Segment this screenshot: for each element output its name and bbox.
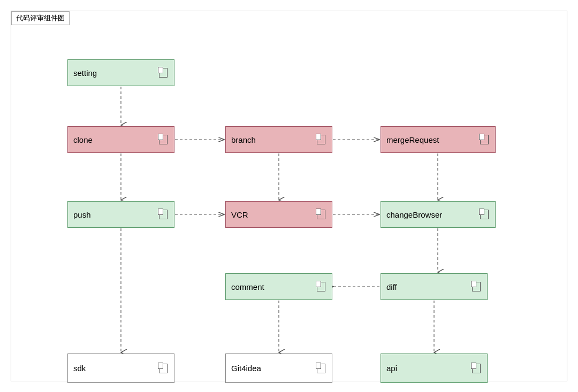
component-vcr-label: VCR xyxy=(231,210,311,219)
component-clone-label: clone xyxy=(73,135,154,144)
component-clone-icon xyxy=(157,134,169,145)
component-push-icon xyxy=(157,209,169,220)
diagram-container: 代码评审组件图 xyxy=(11,11,567,381)
component-setting-label: setting xyxy=(73,68,154,78)
page: 代码评审组件图 xyxy=(0,0,578,392)
component-api-icon xyxy=(470,363,482,374)
component-git4idea-label: Git4idea xyxy=(231,364,311,373)
component-setting[interactable]: setting xyxy=(67,59,174,86)
component-change-browser[interactable]: changeBrowser xyxy=(381,201,496,228)
component-branch[interactable]: branch xyxy=(225,126,332,153)
component-sdk[interactable]: sdk xyxy=(67,353,174,383)
component-api-label: api xyxy=(386,364,467,373)
component-vcr[interactable]: VCR xyxy=(225,201,332,228)
component-push[interactable]: push xyxy=(67,201,174,228)
diagram-title: 代码评审组件图 xyxy=(11,11,70,25)
component-merge-request-icon xyxy=(478,134,490,145)
component-diff-label: diff xyxy=(386,282,467,291)
component-sdk-label: sdk xyxy=(73,364,154,373)
component-clone[interactable]: clone xyxy=(67,126,174,153)
component-branch-label: branch xyxy=(231,135,311,144)
component-git4idea-icon xyxy=(315,363,326,374)
component-comment-icon xyxy=(315,281,326,293)
component-push-label: push xyxy=(73,210,154,219)
component-comment-label: comment xyxy=(231,282,311,291)
component-branch-icon xyxy=(315,134,326,145)
component-setting-icon xyxy=(157,67,169,79)
component-vcr-icon xyxy=(315,209,326,220)
component-change-browser-icon xyxy=(478,209,490,220)
component-api[interactable]: api xyxy=(381,353,488,383)
component-merge-request-label: mergeRequest xyxy=(386,135,475,144)
component-git4idea[interactable]: Git4idea xyxy=(225,353,332,383)
component-merge-request[interactable]: mergeRequest xyxy=(381,126,496,153)
component-sdk-icon xyxy=(157,363,169,374)
component-comment[interactable]: comment xyxy=(225,273,332,300)
component-change-browser-label: changeBrowser xyxy=(386,210,475,219)
component-diff-icon xyxy=(470,281,482,293)
component-diff[interactable]: diff xyxy=(381,273,488,300)
